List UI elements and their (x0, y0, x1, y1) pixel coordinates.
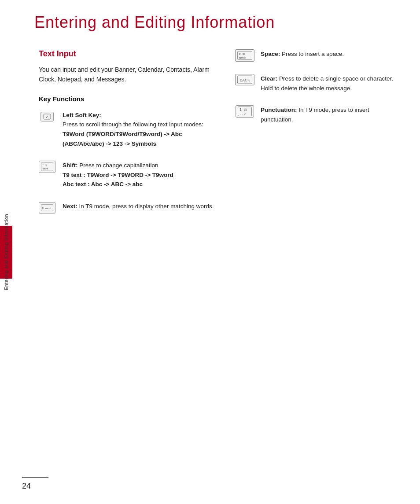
next-icon-container: 0 next (39, 202, 55, 214)
side-tab: Entering and Editing Information (0, 0, 12, 504)
key-item-punctuation: 1 ⊡ . , ? Punctuation: In T9 mode, press… (235, 105, 402, 124)
space-title: Space: (261, 51, 280, 57)
punctuation-text: Punctuation: In T9 mode, press to insert… (261, 105, 402, 124)
svg-text:⊞: ⊞ (243, 52, 245, 55)
page-title: Entering and Editing Information (34, 13, 402, 32)
main-content: Entering and Editing Information Text In… (12, 0, 420, 244)
left-column: Text Input You can input and edit your B… (39, 49, 217, 226)
text-input-heading: Text Input (39, 49, 217, 59)
space-icon: # ⊞ space (235, 49, 254, 62)
left-soft-key-icon-container: ↙ (39, 110, 55, 123)
side-tab-text: Entering and Editing Information (4, 214, 9, 290)
intro-text: You can input and edit your Banner, Cale… (39, 65, 217, 85)
svg-text:. , ?: . , ? (240, 112, 246, 115)
key-item-next: 0 next Next: In T9 mode, press to displa… (39, 202, 217, 214)
next-icon: 0 next (39, 202, 55, 213)
left-soft-key-text: Left Soft Key: Press to scroll through t… (63, 110, 217, 148)
key-item-space: # ⊞ space Space: Press to insert a space… (235, 49, 402, 62)
left-soft-key-modes: T9Word (T9WORD/T9Word/T9word) -> Abc (AB… (63, 131, 182, 147)
shift-icon: * ⬡ shift (39, 161, 55, 173)
shift-icon-container: * ⬡ shift (39, 161, 55, 173)
key-item-left-soft-key: ↙ Left Soft Key: Press to scroll through… (39, 110, 217, 148)
svg-text:shift: shift (43, 167, 48, 170)
shift-title: Shift: (63, 162, 78, 169)
two-column-layout: Text Input You can input and edit your B… (39, 49, 402, 226)
svg-text:BACK: BACK (240, 78, 250, 82)
svg-text:#: # (239, 52, 241, 56)
svg-text:0: 0 (42, 206, 44, 210)
key-item-clear: BACK Clear: Press to delete a single spa… (235, 74, 402, 93)
svg-text:⬡: ⬡ (45, 164, 47, 166)
left-soft-key-title: Left Soft Key: (63, 112, 101, 118)
clear-title: Clear: (261, 75, 277, 82)
svg-text:space: space (239, 56, 247, 59)
space-text: Space: Press to insert a space. (261, 49, 402, 59)
svg-text:↙: ↙ (45, 114, 49, 119)
key-functions-heading: Key Functions (39, 95, 217, 103)
right-column: # ⊞ space Space: Press to insert a space… (235, 49, 402, 226)
next-title: Next: (63, 203, 77, 210)
key-item-shift: * ⬡ shift Shift: Press to change capital… (39, 161, 217, 189)
svg-text:⊡: ⊡ (244, 108, 247, 112)
page-number: 24 (22, 482, 31, 491)
clear-icon: BACK (235, 74, 254, 85)
shift-abc-modes: Abc text : Abc -> ABC -> abc (63, 181, 143, 188)
shift-text: Shift: Press to change capitalization T9… (63, 161, 217, 189)
clear-icon-container: BACK (235, 74, 254, 85)
punctuation-icon: 1 ⊡ . , ? (236, 105, 254, 118)
svg-text:1: 1 (239, 107, 242, 112)
clear-text: Clear: Press to delete a single space or… (261, 74, 402, 93)
punctuation-title: Punctuation: (261, 107, 297, 113)
left-soft-key-icon: ↙ (41, 112, 54, 121)
next-text: Next: In T9 mode, press to display other… (63, 202, 217, 211)
svg-text:next: next (45, 206, 51, 210)
space-icon-container: # ⊞ space (235, 49, 254, 62)
bottom-divider (22, 477, 48, 478)
punctuation-icon-container: 1 ⊡ . , ? (235, 105, 254, 118)
shift-t9-modes: T9 text : T9Word -> T9WORD -> T9word (63, 172, 173, 178)
